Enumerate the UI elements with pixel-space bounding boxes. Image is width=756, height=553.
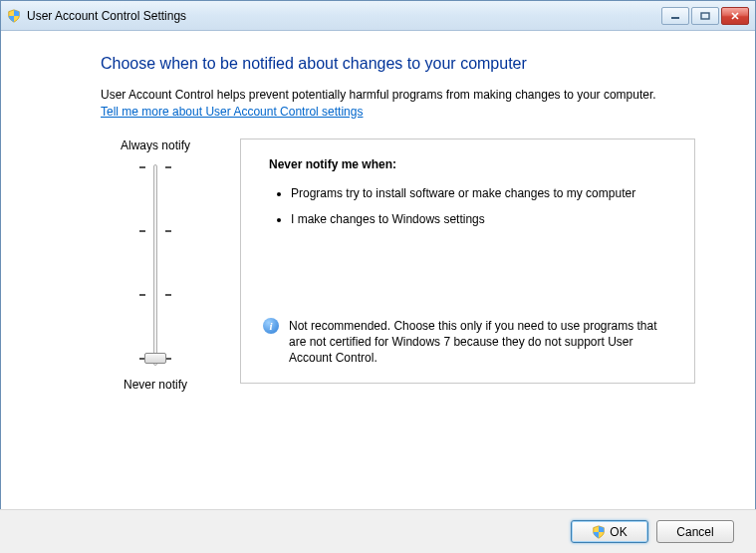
page-heading: Choose when to be notified about changes…: [101, 55, 695, 73]
panel-title: Never notify me when:: [269, 157, 666, 171]
recommendation-text: Not recommended. Choose this only if you…: [289, 318, 672, 367]
info-icon: i: [263, 318, 279, 334]
shield-icon: [592, 525, 606, 539]
svg-rect-0: [671, 17, 679, 19]
window-title: User Account Control Settings: [27, 9, 186, 23]
slider-thumb[interactable]: [144, 353, 166, 364]
setting-description-panel: Never notify me when: Programs try to in…: [240, 138, 695, 384]
description-text: User Account Control helps prevent poten…: [101, 87, 695, 121]
slider-bottom-label: Never notify: [101, 378, 210, 392]
ok-button-label: OK: [610, 525, 627, 539]
panel-bullet: I make changes to Windows settings: [291, 211, 666, 227]
slider-track[interactable]: [126, 160, 185, 370]
content-area: Choose when to be notified about changes…: [1, 31, 755, 509]
maximize-button[interactable]: [691, 7, 719, 25]
close-button[interactable]: [721, 7, 749, 25]
panel-bullet-list: Programs try to install software or make…: [269, 185, 666, 227]
svg-rect-1: [701, 13, 709, 19]
minimize-button[interactable]: [661, 7, 689, 25]
title-bar: User Account Control Settings: [1, 1, 755, 31]
cancel-button-label: Cancel: [676, 525, 713, 539]
notification-slider: Always notify Never notify: [101, 138, 210, 392]
slider-top-label: Always notify: [101, 138, 210, 152]
footer-bar: OK Cancel: [0, 509, 756, 553]
panel-bullet: Programs try to install software or make…: [291, 185, 666, 201]
learn-more-link[interactable]: Tell me more about User Account Control …: [101, 105, 363, 119]
shield-icon: [7, 9, 21, 23]
description-line: User Account Control helps prevent poten…: [101, 88, 656, 102]
ok-button[interactable]: OK: [571, 520, 648, 543]
cancel-button[interactable]: Cancel: [656, 520, 734, 543]
